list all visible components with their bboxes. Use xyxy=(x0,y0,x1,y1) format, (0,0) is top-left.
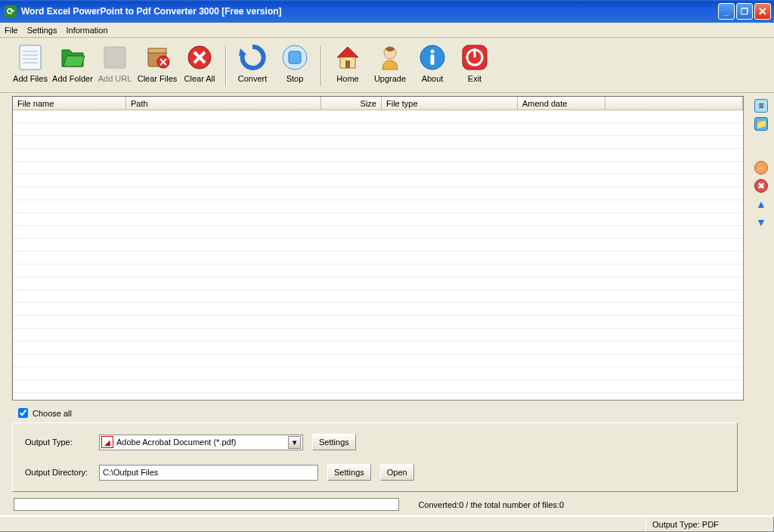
table-body xyxy=(13,110,743,400)
delete-icon[interactable]: ✖ xyxy=(754,179,768,193)
content-area: File name Path Size File type Amend date… xyxy=(0,93,774,515)
menu-file[interactable]: File xyxy=(5,26,18,35)
file-icon xyxy=(15,42,45,73)
convert-icon xyxy=(237,42,268,73)
menu-information[interactable]: Information xyxy=(66,26,107,35)
progress-bar xyxy=(14,498,399,511)
progress-text: Converted:0 / the total number of files:… xyxy=(418,500,564,509)
toolbar-separator xyxy=(320,45,322,86)
url-icon xyxy=(100,42,130,73)
convert-button[interactable]: Convert xyxy=(231,41,274,85)
clear-files-button[interactable]: Clear Files xyxy=(136,41,178,85)
maximize-button[interactable]: ❐ xyxy=(736,3,753,20)
home-button[interactable]: Home xyxy=(327,41,369,85)
output-dir-settings-button[interactable]: Settings xyxy=(327,464,371,481)
svg-rect-7 xyxy=(148,48,166,53)
stop-button[interactable]: Stop xyxy=(274,41,316,85)
menu-settings[interactable]: Settings xyxy=(27,26,57,35)
output-dir-input[interactable] xyxy=(99,465,318,481)
table-header: File name Path Size File type Amend date xyxy=(13,97,743,110)
open-button[interactable]: Open xyxy=(380,464,414,481)
add-url-button: Add URL xyxy=(94,41,136,85)
col-file-type[interactable]: File type xyxy=(382,97,518,110)
stop-icon xyxy=(280,42,310,73)
user-icon xyxy=(375,42,405,73)
add-files-button[interactable]: Add Files xyxy=(9,41,51,85)
upgrade-button[interactable]: Upgrade xyxy=(369,41,411,85)
svg-rect-12 xyxy=(345,60,350,68)
chevron-down-icon: ▾ xyxy=(288,436,301,449)
status-output-type: Output Type: PDF xyxy=(646,516,774,532)
svg-rect-5 xyxy=(104,47,125,68)
minimize-button[interactable]: _ xyxy=(718,3,735,20)
col-path[interactable]: Path xyxy=(126,97,321,110)
folder-icon xyxy=(57,42,88,73)
svg-rect-11 xyxy=(289,51,301,63)
pdf-icon: ◢ xyxy=(101,436,113,448)
move-up-icon[interactable]: ▲ xyxy=(754,197,768,211)
status-spacer xyxy=(0,516,646,532)
svg-point-15 xyxy=(431,50,435,54)
info-icon xyxy=(417,42,447,73)
svg-rect-16 xyxy=(431,54,435,65)
choose-all-row: Choose all xyxy=(3,404,747,421)
toolbar: Add Files Add Folder Add URL Clear Files… xyxy=(0,38,774,93)
clear-all-icon xyxy=(184,42,215,73)
progress-row: Converted:0 / the total number of files:… xyxy=(3,496,747,514)
exit-button[interactable]: Exit xyxy=(454,41,496,85)
side-toolbar: ≡ 📁 － ✖ ▲ ▼ xyxy=(751,94,771,514)
window-title: Word Excel PowerPoint to Pdf Converter 3… xyxy=(21,6,718,17)
box-x-icon xyxy=(142,42,172,73)
titlebar: ⟳ Word Excel PowerPoint to Pdf Converter… xyxy=(0,0,774,23)
app-icon: ⟳ xyxy=(5,5,17,17)
folder-add-icon[interactable]: 📁 xyxy=(754,117,768,131)
toolbar-separator xyxy=(225,45,227,86)
file-table[interactable]: File name Path Size File type Amend date xyxy=(12,96,744,401)
choose-all-checkbox[interactable] xyxy=(18,408,28,418)
power-icon xyxy=(460,42,490,73)
menubar: File Settings Information xyxy=(0,23,774,38)
remove-icon[interactable]: － xyxy=(754,161,768,175)
output-type-label: Output Type: xyxy=(25,438,90,447)
col-file-name[interactable]: File name xyxy=(13,97,126,110)
col-spacer xyxy=(605,97,743,110)
col-size[interactable]: Size xyxy=(321,97,382,110)
output-dir-label: Output Directory: xyxy=(25,468,90,477)
about-button[interactable]: About xyxy=(411,41,454,85)
svg-rect-0 xyxy=(20,45,41,70)
clear-all-button[interactable]: Clear All xyxy=(178,41,221,85)
home-icon xyxy=(333,42,363,73)
output-panel: Output Type: ◢ Adobe Acrobat Document (*… xyxy=(12,422,738,492)
move-down-icon[interactable]: ▼ xyxy=(754,215,768,229)
close-button[interactable]: ✕ xyxy=(754,3,771,20)
statusbar: Output Type: PDF xyxy=(0,515,774,532)
col-amend-date[interactable]: Amend date xyxy=(518,97,605,110)
list-icon[interactable]: ≡ xyxy=(754,99,768,113)
choose-all-label: Choose all xyxy=(33,409,72,418)
output-type-value: Adobe Acrobat Document (*.pdf) xyxy=(116,438,288,447)
output-type-select[interactable]: ◢ Adobe Acrobat Document (*.pdf) ▾ xyxy=(99,435,303,450)
output-type-settings-button[interactable]: Settings xyxy=(312,434,356,450)
add-folder-button[interactable]: Add Folder xyxy=(51,41,94,85)
